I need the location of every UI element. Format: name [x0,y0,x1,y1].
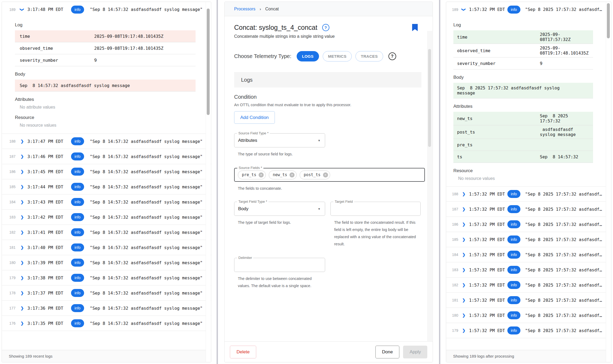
log-row[interactable]: 187❯1:57:32 PM EDTinfo"Sep 8 2025 17:57:… [446,202,611,217]
left-scrollbar-thumb[interactable] [207,9,210,115]
log-row[interactable]: 183❯1:57:32 PM EDTinfo"Sep 8 2025 17:57:… [446,262,611,278]
done-button[interactable]: Done [375,346,400,358]
chevron-right-icon[interactable]: ❯ [462,237,466,242]
dropdown-arrow-icon[interactable]: ▼ [318,139,321,142]
chip-remove-icon[interactable]: × [323,172,328,177]
log-row-number: 180 [452,313,462,317]
log-row[interactable]: 181❯3:17:40 PM EDTinfo"Sep 8 14:57:32 as… [2,240,211,255]
chevron-right-icon[interactable]: ❯ [462,267,466,272]
attribute-key: ts [457,154,540,159]
log-timestamp: 1:57:32 PM EDT [469,7,507,12]
chevron-down-icon[interactable]: ❯ [20,8,24,11]
severity-badge: info [71,228,84,236]
log-row[interactable]: 185❯1:57:32 PM EDTinfo"Sep 8 2025 17:57:… [446,232,611,247]
telemetry-option-metrics[interactable]: METRICS [323,51,352,61]
field-key: severity_number [20,58,94,63]
help-icon[interactable]: ? [322,24,329,31]
telemetry-help-icon[interactable]: ? [388,52,396,60]
apply-button[interactable]: Apply [403,346,427,358]
chevron-right-icon[interactable]: ❯ [20,321,24,325]
chevron-down-icon[interactable]: ❯ [461,8,466,11]
chevron-right-icon[interactable]: ❯ [20,291,24,295]
log-timestamp: 1:57:32 PM EDT [469,298,507,303]
log-row[interactable]: 182❯3:17:41 PM EDTinfo"Sep 8 14:57:32 as… [2,225,211,240]
dropdown-arrow-icon[interactable]: ▼ [318,207,321,210]
log-row[interactable]: 188❯1:57:32 PM EDTinfo"Sep 8 2025 17:57:… [446,187,611,202]
log-row[interactable]: 177❯3:17:36 PM EDTinfo"Sep 8 14:57:32 as… [2,301,211,316]
log-row[interactable]: 180❯3:17:39 PM EDTinfo"Sep 8 14:57:32 as… [2,255,211,270]
log-row[interactable]: 176❯3:17:35 PM EDTinfo"Sep 8 14:57:32 as… [2,316,211,331]
left-scrollbar-track[interactable] [206,2,211,362]
log-row[interactable]: 183❯3:17:42 PM EDTinfo"Sep 8 14:57:32 as… [2,210,211,225]
right-scrollbar-track[interactable] [606,2,611,362]
bookmark-icon[interactable] [412,24,418,31]
chevron-right-icon[interactable]: ❯ [20,139,24,143]
chevron-right-icon[interactable]: ❯ [462,207,466,211]
log-row[interactable]: 179❯1:57:32 PM EDTinfo"Sep 8 2025 17:57:… [446,323,611,338]
delete-button[interactable]: Delete [230,346,256,358]
processed-logs-list[interactable]: 189 ❯ 1:57:32 PM EDT info "Sep 8 2025 17… [446,2,611,350]
chevron-right-icon[interactable]: ❯ [462,283,466,287]
chevron-right-icon[interactable]: ❯ [20,275,24,280]
chevron-right-icon[interactable]: ❯ [462,328,466,333]
panel-splitter-left[interactable] [217,0,218,364]
log-row[interactable]: 187❯3:17:46 PM EDTinfo"Sep 8 14:57:32 as… [2,149,211,164]
chevron-right-icon[interactable]: ❯ [462,222,466,226]
chevron-right-icon[interactable]: ❯ [20,200,24,204]
field-value: 2025-09-08T19:17:48.101435Z [540,46,585,56]
chevron-right-icon[interactable]: ❯ [462,298,466,302]
log-body-value: Sep 8 2025 17:57:32 asdfasdfasdf syslog … [453,83,593,98]
chevron-right-icon[interactable]: ❯ [462,192,466,196]
delimiter-input[interactable]: Delimiter [234,258,325,272]
chevron-right-icon[interactable]: ❯ [20,245,24,250]
source-fields-input[interactable]: Source Fields * pre_ts×new_ts×post_ts× [234,168,425,182]
chevron-right-icon[interactable]: ❯ [20,169,24,174]
recent-logs-list[interactable]: 189 ❯ 3:17:48 PM EDT info "Sep 8 14:57:3… [2,2,211,350]
chevron-right-icon[interactable]: ❯ [462,313,466,317]
right-scrollbar-thumb[interactable] [607,3,610,38]
log-row[interactable]: 180❯1:57:32 PM EDTinfo"Sep 8 2025 17:57:… [446,308,611,323]
log-row[interactable]: 184❯1:57:32 PM EDTinfo"Sep 8 2025 17:57:… [446,247,611,262]
log-row[interactable]: 186❯1:57:32 PM EDTinfo"Sep 8 2025 17:57:… [446,217,611,232]
telemetry-option-logs[interactable]: LOGS [297,51,319,61]
source-field-chip[interactable]: pre_ts× [238,171,266,179]
log-row[interactable]: 182❯1:57:32 PM EDTinfo"Sep 8 2025 17:57:… [446,278,611,293]
telemetry-option-traces[interactable]: TRACES [355,51,383,61]
breadcrumb-processors-link[interactable]: Processors [234,7,255,11]
chevron-right-icon[interactable]: ❯ [462,252,466,257]
chevron-right-icon[interactable]: ❯ [20,306,24,310]
log-row[interactable]: 179❯3:17:38 PM EDTinfo"Sep 8 14:57:32 as… [2,270,211,286]
editor-scrollbar-thumb[interactable] [428,49,431,147]
add-condition-button[interactable]: Add Condition [234,111,275,124]
resource-section-title: Resource [15,115,196,120]
target-field-input[interactable]: Target Field [330,202,421,216]
chip-remove-icon[interactable]: × [289,172,295,177]
chevron-right-icon[interactable]: ❯ [20,260,24,265]
target-field-type-select[interactable]: Target Field Type * Body ▼ [234,202,325,216]
severity-badge: info [71,198,84,206]
severity-badge: info [71,152,84,160]
log-row[interactable]: 185❯3:17:44 PM EDTinfo"Sep 8 14:57:32 as… [2,179,211,195]
log-row[interactable]: 186❯3:17:45 PM EDTinfo"Sep 8 14:57:32 as… [2,164,211,179]
editor-scrollbar-track[interactable] [427,31,432,341]
log-row-expanded[interactable]: 189 ❯ 3:17:48 PM EDT info "Sep 8 14:57:3… [2,2,211,17]
chip-remove-icon[interactable]: × [259,172,264,177]
log-message: "Sep 8 2025 17:57:32 asdfasdfasdf syslog… [525,267,611,272]
chevron-right-icon[interactable]: ❯ [20,215,24,219]
log-timestamp: 1:57:32 PM EDT [469,222,507,227]
log-row[interactable]: 181❯1:57:32 PM EDTinfo"Sep 8 2025 17:57:… [446,293,611,308]
chevron-right-icon[interactable]: ❯ [20,230,24,234]
chevron-right-icon[interactable]: ❯ [20,154,24,159]
chevron-right-icon[interactable]: ❯ [20,184,24,189]
log-row[interactable]: 188❯3:17:47 PM EDTinfo"Sep 8 14:57:32 as… [2,134,211,149]
panel-splitter-right[interactable] [439,0,440,364]
log-row-expanded[interactable]: 189 ❯ 1:57:32 PM EDT info "Sep 8 2025 17… [446,2,611,17]
log-row[interactable]: 178❯3:17:37 PM EDTinfo"Sep 8 14:57:32 as… [2,286,211,301]
source-field-chip[interactable]: post_ts× [300,171,330,179]
log-row[interactable]: 184❯3:17:43 PM EDTinfo"Sep 8 14:57:32 as… [2,195,211,210]
attribute-row: new_tsSep 8 2025 17:57:32 [453,112,593,125]
delimiter-helper: The delimiter to use between concatenate… [238,275,318,289]
source-field-chip[interactable]: new_ts× [269,171,297,179]
log-row-number: 181 [9,245,20,250]
source-field-type-select[interactable]: Source Field Type * Attributes ▼ [234,133,325,147]
